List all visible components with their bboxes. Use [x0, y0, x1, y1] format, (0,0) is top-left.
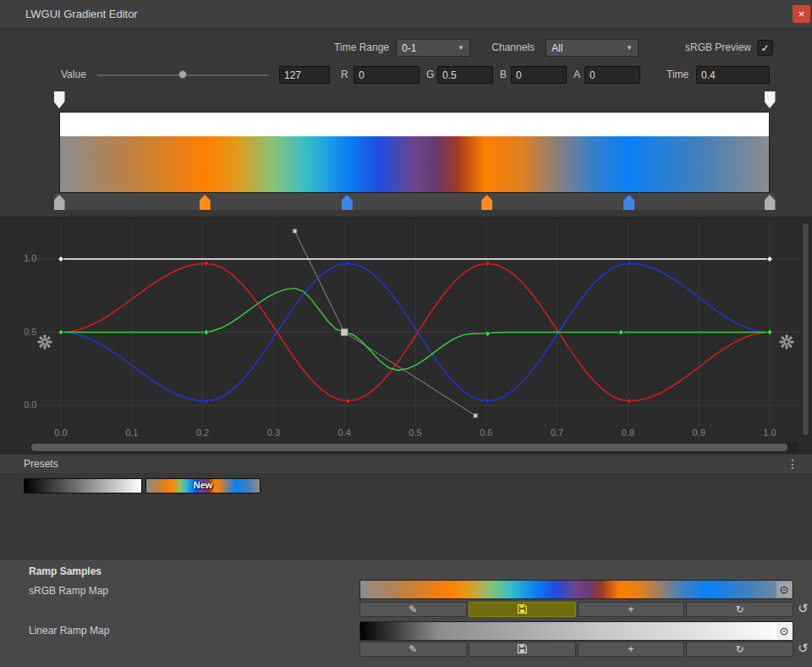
x-axis-tick: 0.2: [196, 427, 209, 438]
undo-icon: ↺: [798, 601, 809, 616]
g-label: G: [426, 69, 434, 80]
time-field[interactable]: [696, 66, 770, 84]
tangent-handle: [474, 414, 478, 418]
curve-key: [485, 331, 491, 337]
chevron-down-icon: ▼: [626, 44, 633, 52]
refresh-button[interactable]: ↻: [686, 642, 793, 657]
presets-title: Presets: [24, 455, 58, 473]
plus-icon: +: [628, 604, 634, 615]
close-icon: ×: [798, 8, 805, 20]
g-field[interactable]: [437, 66, 493, 84]
curve-key: [203, 398, 209, 404]
scrollbar-thumb[interactable]: [803, 223, 809, 435]
preset-label: New: [146, 480, 260, 490]
object-picker-icon[interactable]: ⊙: [776, 623, 792, 639]
gear-icon[interactable]: [779, 334, 794, 350]
color-marker[interactable]: [342, 195, 353, 210]
scrollbar-thumb[interactable]: [31, 444, 787, 451]
edit-button[interactable]: ✎: [359, 642, 467, 657]
edit-button[interactable]: ✎: [359, 602, 467, 617]
save-button[interactable]: [469, 602, 576, 617]
plus-icon: +: [628, 644, 634, 654]
close-button[interactable]: ×: [793, 5, 810, 23]
save-icon: [517, 604, 528, 616]
value-field[interactable]: [279, 66, 330, 84]
refresh-button[interactable]: ↻: [686, 602, 793, 617]
curve-key: [58, 256, 64, 262]
undo-button[interactable]: ↺: [796, 601, 810, 615]
color-marker[interactable]: [481, 195, 492, 210]
curve-canvas[interactable]: [0, 218, 812, 455]
value-slider[interactable]: [97, 66, 268, 84]
save-icon: [517, 643, 528, 656]
vertical-scrollbar[interactable]: [802, 223, 809, 436]
color-marker[interactable]: [200, 195, 211, 210]
horizontal-scrollbar[interactable]: [30, 443, 798, 452]
preset-swatch-blackwhite[interactable]: [24, 478, 142, 493]
curve-key: [618, 329, 624, 335]
add-button[interactable]: +: [578, 602, 685, 617]
slider-thumb[interactable]: [178, 70, 187, 79]
time-range-dropdown[interactable]: 0-1 ▼: [396, 39, 470, 57]
save-button[interactable]: [469, 642, 576, 657]
srgb-preview-checkbox[interactable]: ✓: [757, 40, 773, 56]
srgb-ramp-preview[interactable]: ⊙: [359, 580, 793, 599]
y-axis-tick: 1.0: [24, 253, 36, 263]
curve-key: [345, 261, 351, 267]
curve-editor[interactable]: 0.00.10.20.30.40.50.60.70.80.91.01.00.50…: [0, 217, 812, 454]
alpha-marker[interactable]: [54, 91, 65, 108]
x-axis-tick: 0.4: [338, 427, 351, 438]
curve-key: [345, 398, 351, 404]
x-axis-tick: 0.1: [125, 427, 138, 438]
srgb-ramp-buttons: ✎ + ↻: [359, 602, 793, 617]
pencil-icon: ✎: [409, 644, 417, 654]
gradient-preview[interactable]: [59, 112, 770, 193]
b-field[interactable]: [511, 66, 567, 84]
x-axis-tick: 0.8: [622, 427, 634, 438]
x-axis-tick: 0.6: [480, 427, 492, 438]
r-field[interactable]: [354, 66, 420, 84]
color-markers-row: [0, 194, 812, 211]
x-axis-tick: 0.5: [409, 427, 421, 438]
linear-ramp-label: Linear Ramp Map: [29, 625, 109, 637]
color-marker[interactable]: [54, 195, 65, 210]
inspector-panel: Ramp Samples sRGB Ramp Map ⊙ ✎ + ↻ ↺ Lin: [0, 559, 812, 667]
gear-icon[interactable]: [37, 334, 52, 350]
x-axis-tick: 1.0: [763, 427, 776, 438]
curve-key: [767, 256, 773, 262]
alpha-marker[interactable]: [765, 91, 776, 108]
undo-button[interactable]: ↺: [796, 641, 810, 655]
x-axis-tick: 0.9: [693, 427, 705, 438]
r-label: R: [341, 69, 348, 80]
preset-swatch-new[interactable]: New: [145, 478, 261, 493]
tangent-handle: [293, 229, 297, 234]
add-button[interactable]: +: [578, 642, 685, 657]
channels-dropdown[interactable]: All ▼: [546, 39, 639, 57]
b-label: B: [500, 69, 507, 80]
curve-key: [627, 261, 633, 267]
object-picker-icon[interactable]: ⊙: [776, 582, 792, 598]
color-marker[interactable]: [765, 195, 776, 210]
kebab-menu-icon[interactable]: ⋮: [785, 456, 800, 471]
a-label: A: [573, 69, 580, 80]
presets-header: Presets ⋮: [0, 454, 812, 474]
x-axis-tick: 0.7: [551, 427, 563, 438]
linear-ramp-preview[interactable]: ⊙: [359, 621, 793, 641]
a-field[interactable]: [584, 66, 640, 84]
time-range-label: Time Range: [304, 41, 389, 53]
channels-label: Channels: [479, 41, 535, 53]
undo-icon: ↺: [798, 641, 809, 656]
srgb-ramp-label: sRGB Ramp Map: [29, 585, 108, 597]
y-axis-tick: 0.0: [24, 400, 36, 410]
curve-key: [485, 261, 491, 267]
alpha-markers-row: [0, 91, 812, 110]
color-marker[interactable]: [623, 195, 634, 210]
curve-key: [767, 329, 773, 335]
channels-value: All: [551, 42, 562, 54]
srgb-preview-label: sRGB Preview: [660, 41, 751, 53]
x-axis-tick: 0.3: [267, 427, 280, 438]
refresh-icon: ↻: [736, 604, 744, 615]
alpha-preview-strip: [60, 113, 769, 136]
window-titlebar: LWGUI Gradient Editor ×: [0, 0, 812, 29]
gradient-editor-window: LWGUI Gradient Editor × Time Range 0-1 ▼…: [0, 0, 812, 667]
